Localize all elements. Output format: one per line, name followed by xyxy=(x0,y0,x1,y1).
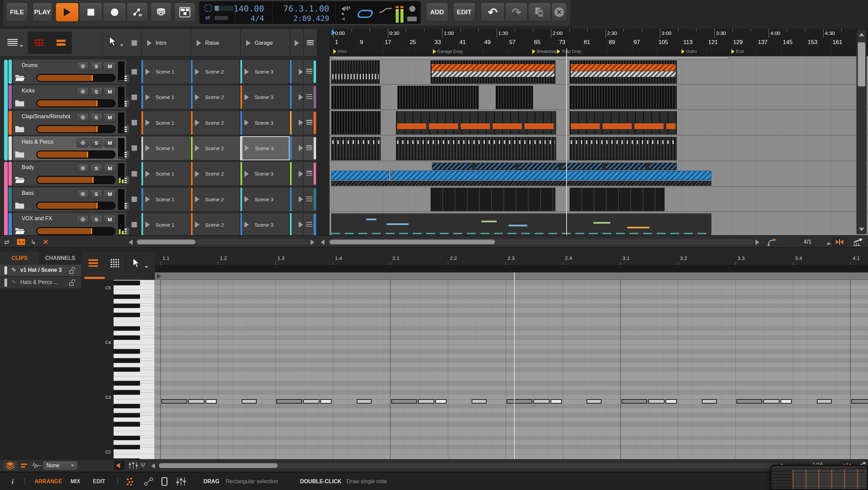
record-arm-button[interactable] xyxy=(77,87,89,96)
launcher-overview-icon[interactable] xyxy=(17,239,25,245)
arranger-clip-hats-percs[interactable] xyxy=(331,137,381,160)
automation-write-button[interactable]: w xyxy=(127,3,148,22)
arranger-timeline-ruler[interactable]: 0:000:301:001:302:002:303:003:304:004:30… xyxy=(330,29,868,56)
zoom-caret-icon[interactable] xyxy=(826,240,831,246)
clip-slot-drums-scene-1[interactable]: Scene 1 xyxy=(141,60,191,84)
midi-note[interactable] xyxy=(851,399,868,404)
arranger-clip-body[interactable] xyxy=(331,181,711,186)
piano-key-F[interactable] xyxy=(114,427,155,431)
view-mix-button[interactable]: MIX xyxy=(71,472,80,490)
arranger-zoom-value[interactable]: 4/1 xyxy=(804,239,812,245)
arranger-clip-vox-and-fx[interactable] xyxy=(387,223,409,225)
tuning-fork-icon[interactable]: Ψ xyxy=(140,462,145,469)
clip-play-icon[interactable] xyxy=(195,145,199,151)
automation-panel-icon[interactable] xyxy=(144,472,154,490)
scene-header-garage[interactable]: Garage xyxy=(240,29,290,57)
clip-play-icon[interactable] xyxy=(244,69,249,75)
stop-all-scenes-button[interactable] xyxy=(127,29,141,57)
volume-fader[interactable] xyxy=(36,99,116,107)
clip-play-icon[interactable] xyxy=(299,120,303,126)
midi-note[interactable] xyxy=(303,399,319,404)
arranger-clip-kicks[interactable] xyxy=(397,86,479,109)
clip-stop-button[interactable] xyxy=(127,60,141,84)
clip-play-icon[interactable] xyxy=(145,222,150,228)
solo-button[interactable]: S xyxy=(90,87,102,96)
piano-key-F[interactable] xyxy=(114,372,155,376)
track-slot-menu[interactable] xyxy=(303,162,317,186)
piano-key-C[interactable] xyxy=(114,449,155,454)
scene-view-icon[interactable] xyxy=(57,40,65,46)
record-arm-button[interactable] xyxy=(77,62,89,71)
info-icon[interactable]: i xyxy=(12,472,14,490)
track-slot-menu[interactable] xyxy=(303,60,317,84)
piano-key-Fs[interactable] xyxy=(114,313,155,317)
midi-note[interactable] xyxy=(418,399,434,404)
clip-play-icon[interactable] xyxy=(245,145,249,151)
editor-loop-strip[interactable] xyxy=(155,265,868,272)
track-slot-menu[interactable] xyxy=(303,213,317,237)
audio-event-icon[interactable] xyxy=(31,462,41,471)
midi-note[interactable] xyxy=(648,399,665,404)
midi-note[interactable] xyxy=(276,399,302,404)
clip-slot-vox-and-fx-scene-1[interactable]: Scene 1 xyxy=(141,213,191,237)
mute-button[interactable]: M xyxy=(104,189,116,199)
solo-button[interactable]: S xyxy=(90,189,102,199)
track-slot-menu[interactable] xyxy=(303,136,317,160)
piano-key-G[interactable] xyxy=(114,363,155,367)
clip-play-icon[interactable] xyxy=(299,94,303,100)
device-panel-icon[interactable] xyxy=(161,472,167,490)
mute-button[interactable]: M xyxy=(104,87,116,96)
track-slot-menu[interactable] xyxy=(303,111,317,135)
arranger-clip-vox-and-fx[interactable] xyxy=(593,222,610,224)
velocity-sliders-icon[interactable] xyxy=(128,462,138,471)
volume-fader[interactable] xyxy=(36,150,116,159)
track-header-body[interactable]: BodySM xyxy=(13,162,126,186)
clip-play-icon[interactable] xyxy=(195,222,199,228)
clip-play-icon[interactable] xyxy=(244,196,249,202)
clip-list-item-selected[interactable]: ✎ v1 Hat / Scene 3 xyxy=(0,265,81,276)
edit-button[interactable]: EDIT xyxy=(453,3,475,22)
clip-play-icon[interactable] xyxy=(299,222,303,228)
project-folder-icon[interactable] xyxy=(407,17,417,21)
arranger-clip-body[interactable] xyxy=(391,171,711,180)
piano-key-E[interactable] xyxy=(114,431,155,435)
stop-button[interactable] xyxy=(79,3,102,22)
arrangement-marker-breakdown[interactable]: Breakdown xyxy=(532,49,559,54)
punch-in-icon[interactable] xyxy=(340,5,352,22)
time-signature-value[interactable]: 4/4 xyxy=(251,14,264,23)
clip-slot-clap-snare-rimshot-scene-2[interactable]: Scene 2 xyxy=(191,111,240,135)
clip-slot-bass-scene-2[interactable]: Scene 2 xyxy=(191,187,240,211)
clip-drag-handle[interactable] xyxy=(4,279,7,287)
arrangement-marker-outro[interactable]: Outro xyxy=(682,49,697,54)
arranger-clip-vox-and-fx[interactable] xyxy=(366,219,376,220)
clip-slot-kicks-scene-3[interactable]: Scene 3 xyxy=(240,85,290,109)
insert-scene-icon[interactable]: ↳ xyxy=(31,238,36,246)
clip-stop-button[interactable] xyxy=(127,85,141,109)
piano-key-C[interactable] xyxy=(114,395,155,399)
clip-slot-drums-scene-3[interactable]: Scene 3 xyxy=(240,60,290,84)
track-list-menu-caret[interactable] xyxy=(20,42,23,48)
clip-stop-button[interactable] xyxy=(127,111,141,135)
arrangement-marker-trap-drop[interactable]: Trap Drop xyxy=(557,49,581,54)
launcher-hscrollbar[interactable] xyxy=(136,239,309,245)
piano-key-C[interactable] xyxy=(114,340,155,344)
arranger-playhead[interactable] xyxy=(566,48,567,235)
piano-key-Ds[interactable] xyxy=(114,326,155,331)
midi-note[interactable] xyxy=(763,399,780,404)
time-value[interactable]: 2:09.429 xyxy=(293,14,329,23)
editor-playhead[interactable] xyxy=(514,272,515,459)
solo-button[interactable]: S xyxy=(90,164,102,173)
piano-key-D[interactable] xyxy=(114,386,155,390)
clip-slot-drums-scene-2[interactable]: Scene 2 xyxy=(191,60,240,84)
clip-slot-hats-percs-scene-1[interactable]: Scene 1 xyxy=(141,136,191,160)
pointer-tool-caret[interactable] xyxy=(120,42,123,48)
view-arrange-button[interactable]: ARRANGE xyxy=(35,472,62,490)
grid-view-icon[interactable] xyxy=(35,39,43,46)
arranger-clip-clap-snare-rimshot[interactable] xyxy=(396,111,556,135)
tab-clips[interactable]: CLIPS xyxy=(0,252,39,264)
piano-key-Gs[interactable] xyxy=(114,304,155,308)
record-arm-button[interactable] xyxy=(77,215,89,224)
piano-key-C[interactable] xyxy=(114,285,155,290)
clip-slot-next[interactable] xyxy=(290,162,303,186)
clip-stop-button[interactable] xyxy=(127,187,141,211)
